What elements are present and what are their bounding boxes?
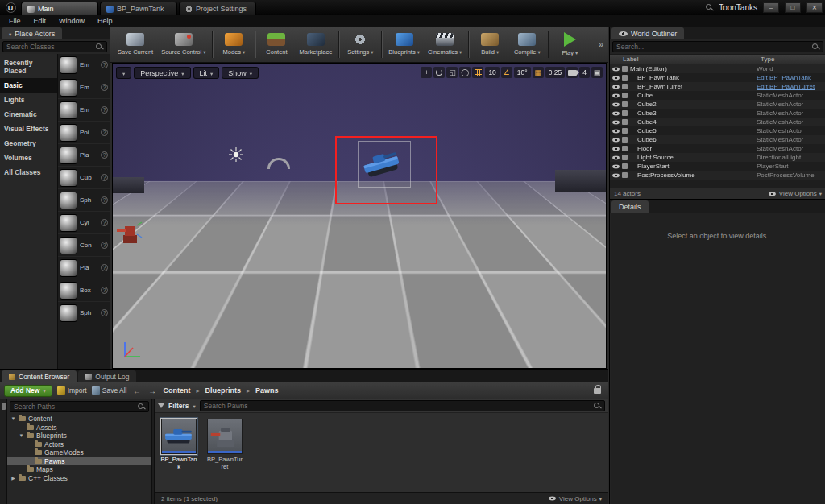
build-button[interactable]: Build — [471, 31, 508, 57]
actor-type[interactable]: PostProcessVolume — [757, 171, 824, 179]
help-icon[interactable] — [101, 287, 108, 294]
save-all-button[interactable]: Save All — [92, 386, 127, 395]
actor-type[interactable]: StaticMeshActor — [757, 127, 824, 134]
expander-arrow-icon[interactable]: ▶ — [10, 475, 16, 481]
help-icon[interactable] — [101, 151, 108, 159]
scale-snap-value[interactable]: 0.25 — [545, 67, 566, 78]
outliner-row[interactable]: Cube StaticMeshActor — [610, 91, 825, 100]
viewport-options-button[interactable] — [116, 67, 131, 79]
close-button[interactable] — [806, 2, 823, 13]
placeable-actor-item[interactable]: Em — [58, 99, 110, 122]
filters-button[interactable]: Filters — [168, 402, 189, 410]
visibility-toggle-icon[interactable] — [612, 93, 620, 97]
rotation-snap-button[interactable]: ∠ — [501, 67, 512, 78]
import-button[interactable]: Import — [57, 386, 87, 395]
outliner-row[interactable]: Light Source DirectionalLight — [610, 153, 825, 162]
folder-tree-item[interactable]: Assets — [7, 423, 151, 432]
actor-type[interactable]: StaticMeshActor — [757, 145, 824, 152]
menu-item[interactable]: File — [2, 17, 27, 25]
visibility-toggle-icon[interactable] — [612, 111, 620, 115]
outliner-view-options-button[interactable]: View Options — [768, 190, 822, 197]
visibility-toggle-icon[interactable] — [612, 102, 620, 106]
actor-type[interactable]: StaticMeshActor — [757, 101, 824, 108]
tank-mesh[interactable] — [483, 277, 538, 314]
place-actors-category[interactable]: Cinematic — [0, 107, 57, 122]
tab-main-level[interactable]: Main — [21, 2, 98, 15]
settings-button[interactable]: Settings — [342, 31, 379, 57]
folder-tree-item[interactable]: ▼ Blueprints — [7, 432, 151, 440]
folder-tree-item[interactable]: Actors — [7, 440, 151, 449]
actor-type[interactable]: StaticMeshActor — [757, 118, 824, 126]
outliner-row[interactable]: BP_PawnTurret Edit BP_PawnTurret — [610, 82, 825, 91]
perspective-selector[interactable]: Perspective — [134, 67, 190, 79]
search-icon[interactable] — [706, 4, 713, 11]
asset-grid[interactable]: BP_PawnTank BP_PawnTurret — [155, 413, 608, 492]
content-browser-tab[interactable]: Content Browser — [2, 370, 77, 382]
place-actors-category[interactable]: Recently Placed — [0, 56, 57, 78]
scale-tool-button[interactable]: ◱ — [446, 67, 458, 78]
place-actors-category[interactable]: Volumes — [0, 151, 57, 165]
outliner-row[interactable]: PlayerStart PlayerStart — [610, 162, 825, 171]
add-new-button[interactable]: Add New — [4, 385, 52, 397]
actor-type[interactable]: StaticMeshActor — [757, 109, 824, 117]
outliner-row[interactable]: Cube6 StaticMeshActor — [610, 135, 825, 144]
lock-icon[interactable] — [594, 388, 601, 394]
search-classes-input[interactable] — [6, 43, 93, 51]
rotation-snap-value[interactable]: 10° — [514, 67, 531, 78]
asset-bp-pawnturret[interactable]: BP_PawnTurret — [205, 419, 244, 470]
visibility-toggle-icon[interactable] — [612, 120, 620, 124]
place-actors-category[interactable]: All Classes — [0, 165, 57, 180]
placeable-actor-item[interactable]: Sph — [58, 302, 110, 324]
placeable-actor-item[interactable]: Box — [58, 279, 110, 302]
cube-actor[interactable] — [555, 170, 607, 192]
menu-item[interactable]: Edit — [27, 17, 53, 25]
visibility-toggle-icon[interactable] — [612, 164, 620, 168]
folder-tree-item[interactable]: ▶ C++ Classes — [7, 474, 151, 483]
minimize-button[interactable] — [763, 2, 779, 13]
outliner-row[interactable]: Main (Editor) World — [610, 64, 825, 73]
rotate-tool-button[interactable] — [433, 67, 445, 78]
modes-button[interactable]: Modes — [215, 31, 252, 57]
camera-speed-button[interactable] — [566, 67, 578, 78]
place-actors-category[interactable]: Geometry — [0, 136, 57, 151]
visibility-toggle-icon[interactable] — [612, 147, 620, 151]
placeable-actor-item[interactable]: Pla — [58, 257, 110, 279]
place-actors-category[interactable]: Lights — [0, 93, 57, 107]
actor-type[interactable]: World — [757, 65, 824, 72]
place-actors-category[interactable]: Visual Effects — [0, 122, 57, 136]
folder-tree-item[interactable]: Maps — [7, 465, 151, 474]
breadcrumb-blueprints[interactable]: Blueprints — [204, 386, 242, 395]
world-local-toggle[interactable]: ◯ — [459, 67, 471, 78]
menu-item[interactable]: Help — [91, 17, 119, 25]
placeable-actor-item[interactable]: Sph — [58, 189, 110, 212]
details-tab[interactable]: Details — [611, 200, 649, 213]
help-icon[interactable] — [101, 219, 108, 226]
visibility-toggle-icon[interactable] — [612, 67, 620, 71]
label-column-header[interactable]: Label — [610, 56, 757, 63]
actor-type[interactable]: DirectionalLight — [757, 154, 824, 161]
help-icon[interactable] — [101, 264, 108, 271]
place-actors-tab[interactable]: Place Actors — [2, 27, 62, 39]
grid-snap-value[interactable]: 10 — [485, 67, 499, 78]
help-icon[interactable] — [101, 196, 108, 204]
help-icon[interactable] — [101, 174, 108, 181]
turret-preview-sprite[interactable] — [117, 218, 143, 247]
outliner-search-input[interactable] — [616, 43, 810, 51]
sources-panel-toggle[interactable] — [0, 399, 7, 504]
search-paths-input[interactable] — [14, 403, 135, 411]
placeable-actor-item[interactable]: Em — [58, 54, 110, 76]
actor-type[interactable]: StaticMeshActor — [757, 92, 824, 99]
toolbar-overflow-chevron[interactable] — [597, 39, 605, 49]
save-current-button[interactable]: Save Current — [114, 31, 157, 57]
help-icon[interactable] — [101, 106, 108, 114]
marketplace-button[interactable]: Marketplace — [295, 31, 336, 57]
folder-tree-item[interactable]: Pawns — [7, 457, 151, 466]
expander-arrow-icon[interactable]: ▼ — [10, 416, 16, 421]
outliner-row[interactable]: Cube4 StaticMeshActor — [610, 118, 825, 126]
output-log-tab[interactable]: Output Log — [78, 370, 136, 382]
tab-project-settings[interactable]: Project Settings — [179, 2, 256, 15]
expander-arrow-icon[interactable]: ▼ — [19, 433, 24, 438]
placeable-actor-item[interactable]: Em — [58, 76, 110, 99]
maximize-viewport-button[interactable]: ▣ — [591, 67, 603, 78]
placeable-actor-item[interactable]: Con — [58, 234, 110, 257]
